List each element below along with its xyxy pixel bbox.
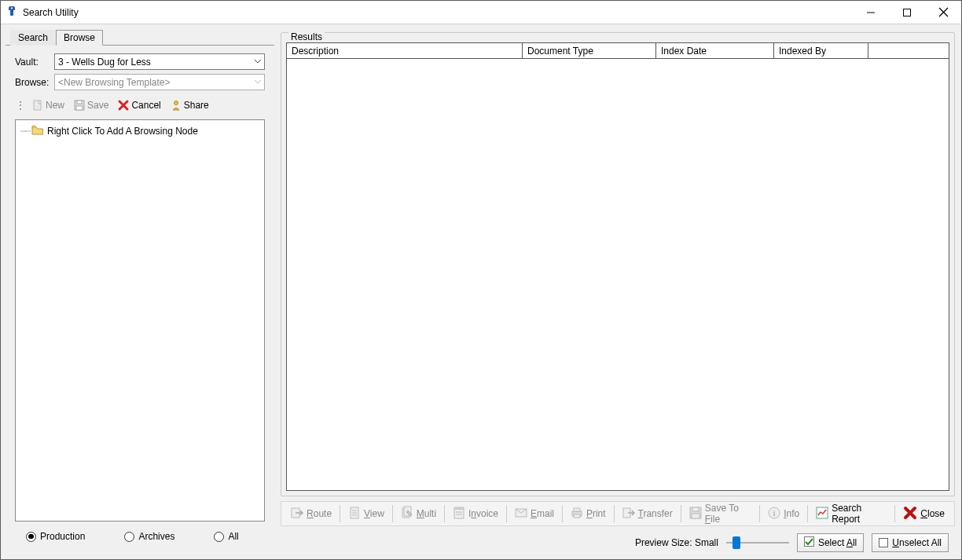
document-icon bbox=[348, 507, 361, 522]
save-button[interactable]: Save bbox=[70, 99, 112, 112]
svg-point-9 bbox=[174, 101, 178, 105]
vault-dropdown[interactable]: 3 - Wells Dug for Less bbox=[54, 53, 265, 70]
svg-rect-0 bbox=[11, 7, 13, 9]
browse-label: Browse: bbox=[15, 77, 54, 88]
titlebar: Search Utility bbox=[1, 1, 961, 24]
radio-production[interactable]: Production bbox=[26, 531, 85, 542]
app-window: Search Utility Search Browse Vault: 3 - … bbox=[0, 0, 962, 560]
share-button[interactable]: Share bbox=[167, 99, 213, 112]
radio-icon bbox=[214, 532, 224, 542]
results-group-label: Results bbox=[288, 31, 325, 42]
invoice-icon bbox=[453, 507, 465, 522]
slider-thumb-icon bbox=[733, 536, 740, 549]
radio-icon bbox=[124, 532, 134, 542]
route-label: oute bbox=[314, 508, 332, 519]
footer-bar: Preview Size: Small Select All Unselect … bbox=[281, 531, 955, 555]
tree-connector-icon: ┄┄ bbox=[20, 126, 30, 137]
close-button[interactable]: Close bbox=[898, 504, 949, 524]
checkmark-icon bbox=[804, 536, 814, 549]
select-all-button[interactable]: Select All bbox=[797, 533, 864, 552]
column-index-date[interactable]: Index Date bbox=[656, 43, 774, 58]
chevron-down-icon bbox=[254, 77, 262, 89]
envelope-icon bbox=[515, 507, 527, 522]
print-button[interactable]: Print bbox=[566, 505, 611, 523]
radio-all-label: All bbox=[228, 531, 238, 542]
tab-search[interactable]: Search bbox=[10, 30, 56, 46]
svg-rect-5 bbox=[34, 101, 41, 110]
svg-rect-18 bbox=[454, 507, 464, 510]
floppy-disk-icon bbox=[689, 507, 702, 522]
svg-rect-24 bbox=[574, 514, 580, 518]
svg-rect-7 bbox=[77, 101, 82, 104]
results-group: Results Description Document Type Index … bbox=[281, 32, 955, 496]
browse-dropdown[interactable]: <New Browsing Template> bbox=[54, 74, 265, 90]
transfer-icon bbox=[622, 507, 635, 522]
tab-strip: Search Browse bbox=[10, 29, 274, 45]
svg-rect-32 bbox=[804, 537, 813, 547]
share-button-label: Share bbox=[184, 100, 209, 111]
printer-icon bbox=[571, 507, 583, 522]
close-x-icon bbox=[903, 506, 917, 522]
left-panel: Search Browse Vault: 3 - Wells Dug for L… bbox=[1, 24, 274, 559]
cancel-button[interactable]: Cancel bbox=[114, 99, 164, 112]
info-button[interactable]: i Info bbox=[763, 505, 804, 523]
radio-production-label: Production bbox=[40, 531, 85, 542]
unselect-all-button[interactable]: Unselect All bbox=[872, 533, 949, 552]
browse-toolbar: ⋮ New Save bbox=[15, 96, 265, 115]
svg-rect-2 bbox=[904, 9, 911, 16]
info-icon: i bbox=[768, 507, 780, 522]
save-to-file-button[interactable]: Save To File bbox=[685, 501, 757, 526]
route-arrow-icon bbox=[291, 507, 303, 522]
multi-edit-icon bbox=[401, 507, 413, 522]
svg-rect-27 bbox=[692, 507, 699, 511]
invoice-button[interactable]: Invoice bbox=[448, 505, 503, 523]
vault-label: Vault: bbox=[15, 57, 54, 68]
cancel-button-label: Cancel bbox=[131, 100, 160, 111]
scope-radio-group: Production Archives All bbox=[15, 522, 265, 553]
tree-hint-row[interactable]: ┄┄ Right Click To Add A Browsing Node bbox=[20, 125, 259, 137]
search-report-label: Search Report bbox=[832, 503, 887, 525]
radio-archives-label: Archives bbox=[138, 531, 174, 542]
preview-size-label: Preview Size: Small bbox=[635, 537, 718, 548]
action-toolbar: Route View Multi Invoice Email bbox=[281, 501, 955, 526]
email-button[interactable]: Email bbox=[510, 505, 559, 523]
svg-rect-23 bbox=[574, 508, 580, 511]
minimize-button[interactable] bbox=[853, 1, 889, 24]
column-document-type[interactable]: Document Type bbox=[523, 43, 656, 58]
tree-hint-label: Right Click To Add A Browsing Node bbox=[47, 126, 198, 137]
preview-size-slider[interactable] bbox=[726, 535, 789, 551]
window-title: Search Utility bbox=[23, 7, 79, 18]
svg-rect-8 bbox=[76, 106, 83, 110]
app-icon bbox=[7, 5, 18, 19]
new-button[interactable]: New bbox=[28, 99, 68, 112]
right-panel: Results Description Document Type Index … bbox=[274, 24, 961, 559]
route-button[interactable]: Route bbox=[286, 505, 336, 523]
browse-tree[interactable]: ┄┄ Right Click To Add A Browsing Node bbox=[15, 119, 265, 522]
results-grid[interactable]: Description Document Type Index Date Ind… bbox=[286, 42, 949, 491]
share-person-icon bbox=[171, 100, 182, 111]
radio-icon bbox=[26, 532, 36, 542]
radio-archives[interactable]: Archives bbox=[124, 531, 174, 542]
folder-icon bbox=[31, 125, 44, 137]
cancel-x-icon bbox=[118, 100, 129, 111]
transfer-button[interactable]: Transfer bbox=[618, 505, 677, 523]
multi-button[interactable]: Multi bbox=[396, 505, 441, 523]
view-button[interactable]: View bbox=[343, 505, 389, 523]
svg-text:i: i bbox=[773, 508, 776, 518]
vault-dropdown-value: 3 - Wells Dug for Less bbox=[58, 57, 151, 68]
radio-all[interactable]: All bbox=[214, 531, 238, 542]
report-chart-icon bbox=[816, 507, 828, 522]
column-indexed-by[interactable]: Indexed By bbox=[774, 43, 868, 58]
floppy-disk-icon bbox=[74, 100, 85, 111]
grid-header: Description Document Type Index Date Ind… bbox=[287, 43, 949, 59]
column-description[interactable]: Description bbox=[287, 43, 523, 58]
search-report-button[interactable]: Search Report bbox=[811, 501, 891, 526]
chevron-down-icon bbox=[254, 57, 262, 68]
svg-rect-28 bbox=[692, 514, 699, 518]
tab-browse[interactable]: Browse bbox=[56, 30, 103, 46]
close-window-button[interactable] bbox=[925, 1, 961, 24]
browse-dropdown-value: <New Browsing Template> bbox=[58, 77, 171, 88]
new-button-label: New bbox=[46, 100, 64, 111]
toolbar-grip-icon: ⋮ bbox=[15, 99, 28, 112]
maximize-button[interactable] bbox=[889, 1, 925, 24]
